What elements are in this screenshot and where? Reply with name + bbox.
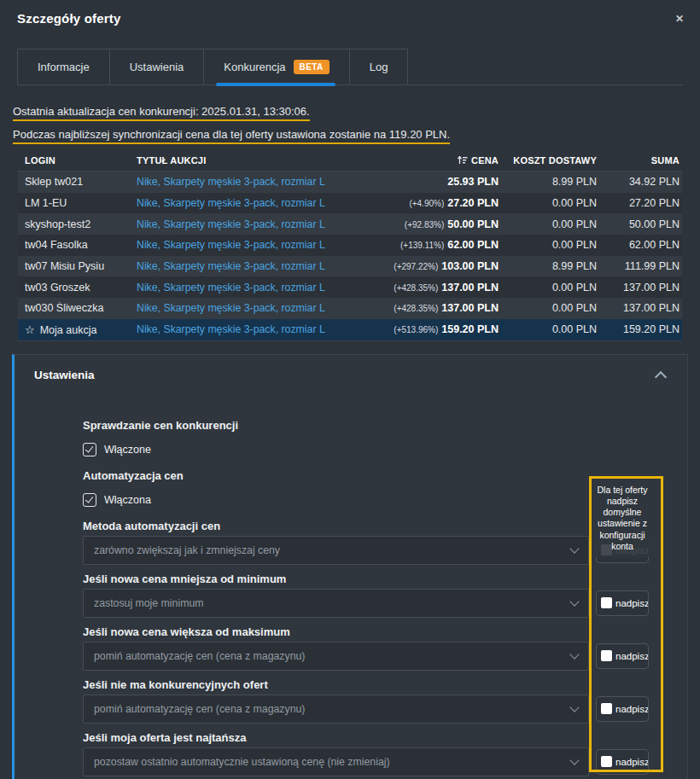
setting-row: zastosuj moje minimumnadpisz <box>83 589 649 618</box>
column-header-sum: SUMA <box>599 155 682 166</box>
auction-title-link[interactable]: Nike, Skarpety męskie 3-pack, rozmiar L <box>137 302 325 314</box>
column-header-login: LOGIN <box>18 155 130 166</box>
auction-title-link[interactable]: Nike, Skarpety męskie 3-pack, rozmiar L <box>137 282 325 294</box>
row-login-text: Moja aukcja <box>40 324 97 336</box>
row-price: (+428.35%)137.00 PLN <box>352 282 501 294</box>
auction-title-link[interactable]: Nike, Skarpety męskie 3-pack, rozmiar L <box>137 239 325 251</box>
checkbox-label: Włączone <box>104 444 151 456</box>
row-title: Nike, Skarpety męskie 3-pack, rozmiar L <box>130 218 352 230</box>
override-checkbox-button[interactable]: nadpisz <box>596 696 649 722</box>
column-header-delivery: KOSZT DOSTAWY <box>501 155 599 166</box>
price-value: 137.00 PLN <box>441 302 499 314</box>
row-title: Nike, Skarpety męskie 3-pack, rozmiar L <box>130 239 352 251</box>
row-price: (+139.11%)62.00 PLN <box>352 239 501 251</box>
row-delivery: 0.00 PLN <box>501 282 599 294</box>
tab-label: Log <box>370 61 388 73</box>
table-row: LM 1-EUNike, Skarpety męskie 3-pack, roz… <box>18 193 682 214</box>
enabled-checkbox[interactable] <box>83 493 96 507</box>
row-price: (+513.96%)159.20 PLN <box>352 323 501 335</box>
column-header-price[interactable]: CENA <box>352 155 501 166</box>
row-delivery: 0.00 PLN <box>501 239 599 251</box>
auction-title-link[interactable]: Nike, Skarpety męskie 3-pack, rozmiar L <box>137 323 325 335</box>
setting-label-sprawdzanie-cen-konkurencji: Sprawdzanie cen konkurencji <box>83 417 649 434</box>
row-login: tw030 Śliweczka <box>18 302 130 314</box>
nadpisz-checkbox[interactable] <box>601 756 612 767</box>
price-value: 137.00 PLN <box>441 282 499 294</box>
price-change-percent: (+4.90%) <box>409 199 444 208</box>
select-je-li-moja-oferta-jest-najta-sza[interactable]: pozostaw ostatnio automatycznie ustawion… <box>83 747 589 776</box>
price-value: 25.93 PLN <box>447 176 499 188</box>
last-update-line: Ostatnia aktualizacja cen konkurencji: 2… <box>13 103 683 121</box>
tab-log[interactable]: Log <box>349 49 409 84</box>
row-login: ☆Moja aukcja <box>18 323 130 336</box>
row-login-text: tw07 Misiu Pysiu <box>25 260 104 272</box>
chevron-down-icon <box>569 596 579 606</box>
select-je-li-nie-ma-konkurencyjnych-ofert[interactable]: pomiń automatyzację cen (cena z magazynu… <box>83 695 589 724</box>
auction-title-link[interactable]: Nike, Skarpety męskie 3-pack, rozmiar L <box>137 197 325 209</box>
chevron-up-icon[interactable] <box>655 371 667 383</box>
row-price: (+92.83%)50.00 PLN <box>352 218 501 230</box>
nadpisz-checkbox[interactable] <box>601 650 612 661</box>
auction-title-link[interactable]: Nike, Skarpety męskie 3-pack, rozmiar L <box>137 176 325 188</box>
tab-informacje[interactable]: Informacje <box>17 49 110 84</box>
price-value: 159.20 PLN <box>441 323 499 335</box>
tab-ustawienia[interactable]: Ustawienia <box>109 49 205 84</box>
nadpisz-checkbox[interactable] <box>601 703 612 714</box>
setting-row: pomiń automatyzację cen (cena z magazynu… <box>83 642 649 671</box>
price-value: 50.00 PLN <box>447 218 499 230</box>
table-row: tw030 ŚliweczkaNike, Skarpety męskie 3-p… <box>18 298 682 319</box>
price-change-percent: (+297.22%) <box>394 262 438 271</box>
chevron-down-icon <box>569 755 579 764</box>
row-login: skyshop-test2 <box>18 218 130 230</box>
row-sum: 111.99 PLN <box>599 260 682 272</box>
row-login: tw03 Groszek <box>18 282 130 294</box>
next-sync-line: Podczas najbliższej synchronizacji cena … <box>13 126 683 144</box>
override-checkbox-button[interactable]: nadpisz <box>596 590 649 616</box>
override-tooltip: Dla tej oferty nadpisz domyślne ustawien… <box>594 480 650 557</box>
select-metoda-automatyzacji-cen[interactable]: zarówno zwiększaj jak i zmniejszaj ceny <box>83 536 589 565</box>
row-login-text: skyshop-test2 <box>25 218 90 230</box>
next-sync-text: Podczas najbliższej synchronizacji cena … <box>13 128 450 144</box>
auction-title-link[interactable]: Nike, Skarpety męskie 3-pack, rozmiar L <box>137 218 325 230</box>
nadpisz-label: nadpisz <box>615 704 649 714</box>
row-sum: 159.20 PLN <box>599 323 682 335</box>
override-checkbox-button[interactable]: nadpisz <box>596 643 649 669</box>
chevron-down-icon <box>569 702 579 712</box>
star-icon: ☆ <box>25 323 35 336</box>
override-checkbox-button[interactable]: nadpisz <box>596 749 649 775</box>
row-login-text: LM 1-EU <box>25 197 67 209</box>
beta-badge: BETA <box>294 60 330 74</box>
row-sum: 34.92 PLN <box>599 176 682 188</box>
modal-header: Szczegóły oferty ✕ <box>0 0 700 26</box>
nadpisz-label: nadpisz <box>615 651 649 661</box>
table-body: Sklep tw021Nike, Skarpety męskie 3-pack,… <box>18 171 682 340</box>
nadpisz-checkbox[interactable] <box>601 597 612 608</box>
select-value: pomiń automatyzację cen (cena z magazynu… <box>94 703 305 715</box>
close-icon[interactable]: ✕ <box>675 14 684 24</box>
row-login: tw07 Misiu Pysiu <box>18 260 130 272</box>
row-login: Sklep tw021 <box>18 176 130 188</box>
row-login-text: tw030 Śliweczka <box>25 302 103 314</box>
setting-row: pomiń automatyzację cen (cena z magazynu… <box>83 695 649 724</box>
enabled-checkbox[interactable] <box>83 443 96 456</box>
select-je-li-nowa-cena-wi-ksza-od-maksimum[interactable]: pomiń automatyzację cen (cena z magazynu… <box>83 642 589 671</box>
price-change-percent: (+92.83%) <box>405 220 444 230</box>
select-value: zarówno zwiększaj jak i zmniejszaj ceny <box>94 544 280 556</box>
auction-title-link[interactable]: Nike, Skarpety męskie 3-pack, rozmiar L <box>137 260 325 272</box>
column-header-price-label: CENA <box>471 155 499 166</box>
setting-row: zarówno zwiększaj jak i zmniejszaj cenyn… <box>83 536 649 565</box>
row-price: (+428.35%)137.00 PLN <box>352 302 501 314</box>
table-row: tw04 FasolkaNike, Skarpety męskie 3-pack… <box>18 235 682 256</box>
table-header-row: LOGIN TYTUŁ AUKCJI CENA KOSZT DOSTAWY SU… <box>18 149 682 171</box>
select-je-li-nowa-cena-mniejsza-od-minimum[interactable]: zastosuj moje minimum <box>83 589 589 618</box>
last-update-text: Ostatnia aktualizacja cen konkurencji: 2… <box>13 105 310 121</box>
table-row: skyshop-test2Nike, Skarpety męskie 3-pac… <box>18 213 682 235</box>
row-title: Nike, Skarpety męskie 3-pack, rozmiar L <box>130 323 352 335</box>
tab-konkurencja[interactable]: KonkurencjaBETA <box>203 49 349 84</box>
price-value: 62.00 PLN <box>447 239 499 251</box>
settings-panel-title: Ustawienia <box>34 369 95 381</box>
nadpisz-label: nadpisz <box>615 598 649 608</box>
row-sum: 137.00 PLN <box>599 302 682 314</box>
setting-label-je-li-nie-ma-konkurencyjnych-ofert: Jeśli nie ma konkurencyjnych ofert <box>83 677 649 694</box>
setting-label-automatyzacja-cen: Automatyzacja cen <box>83 468 649 485</box>
